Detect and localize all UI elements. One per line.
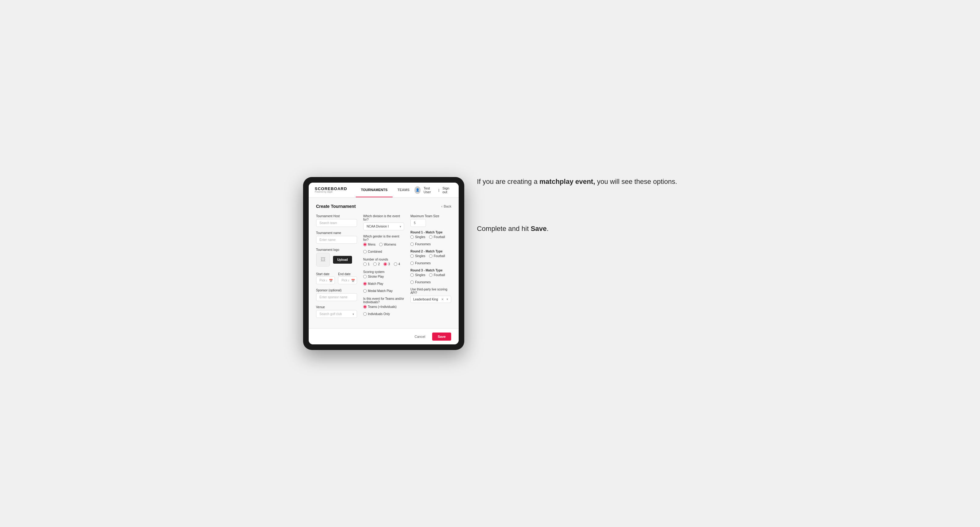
gender-combined-option[interactable]: Combined (363, 250, 382, 253)
tournament-name-label: Tournament name (316, 231, 357, 235)
tournament-name-input[interactable] (316, 236, 357, 244)
scoring-stroke-radio[interactable] (363, 275, 367, 278)
rounds-2-option[interactable]: 2 (373, 262, 380, 266)
api-select-tag[interactable]: Leaderboard King ✕ ▼ (410, 296, 451, 303)
event-teams-option[interactable]: Teams (+Individuals) (363, 305, 397, 308)
gender-mens-option[interactable]: Mens (363, 243, 375, 246)
cancel-button[interactable]: Cancel (411, 333, 429, 341)
round1-singles-radio[interactable] (410, 235, 414, 239)
left-form-section: Tournament Host Tournament name Tourname… (316, 214, 357, 318)
round2-singles-option[interactable]: Singles (410, 254, 425, 258)
round1-group: Round 1 - Match Type Singles Fourball (410, 231, 451, 246)
rounds-group: Number of rounds 1 2 (363, 258, 404, 266)
rounds-4-radio[interactable] (394, 262, 397, 266)
venue-label: Venue (316, 305, 357, 309)
back-link[interactable]: ‹ Back (441, 205, 451, 208)
brand-subtitle: Powered by clippit (315, 191, 347, 193)
rounds-1-option[interactable]: 1 (363, 262, 370, 266)
scoring-stroke-option[interactable]: Stroke Play (363, 275, 384, 278)
gender-womens-option[interactable]: Womens (379, 243, 396, 246)
round2-fourball-radio[interactable] (429, 254, 433, 258)
round1-radio-group: Singles Fourball Foursomes (410, 235, 451, 246)
venue-input[interactable] (316, 310, 357, 318)
round3-singles-option[interactable]: Singles (410, 273, 425, 277)
right-form-section: Maximum Team Size Round 1 - Match Type S… (410, 214, 451, 318)
avatar: 👤 (414, 186, 420, 194)
brand-title: SCOREBOARD (315, 187, 347, 191)
max-team-size-input[interactable] (410, 219, 426, 227)
round3-foursomes-radio[interactable] (410, 281, 414, 284)
round2-foursomes-option[interactable]: Foursomes (410, 262, 431, 265)
scoring-radio-group: Stroke Play Match Play Medal Match Play (363, 275, 404, 293)
round3-fourball-radio[interactable] (429, 273, 433, 277)
rounds-1-radio[interactable] (363, 262, 367, 266)
third-party-api-group: Use third-party live scoring API? Leader… (410, 288, 451, 303)
round1-foursomes-radio[interactable] (410, 243, 414, 246)
round2-singles-radio[interactable] (410, 254, 414, 258)
round3-foursomes-option[interactable]: Foursomes (410, 281, 431, 284)
scoring-medal-radio[interactable] (363, 289, 367, 293)
round2-radio-group: Singles Fourball Foursomes (410, 254, 451, 265)
round1-fourball-option[interactable]: Fourball (429, 235, 445, 239)
api-chevron-icon: ▼ (446, 298, 449, 301)
nav-tabs: TOURNAMENTS TEAMS (356, 183, 414, 197)
tablet-frame: SCOREBOARD Powered by clippit TOURNAMENT… (303, 177, 465, 350)
sign-out-link[interactable]: Sign out (442, 186, 453, 194)
rounds-3-radio[interactable] (383, 262, 387, 266)
round1-foursomes-option[interactable]: Foursomes (410, 243, 431, 246)
scoring-medal-option[interactable]: Medal Match Play (363, 289, 393, 293)
gender-group: Which gender is the event for? Mens Wome… (363, 235, 404, 253)
round3-fourball-option[interactable]: Fourball (429, 273, 445, 277)
tab-tournaments[interactable]: TOURNAMENTS (356, 183, 392, 197)
api-close-icon[interactable]: ✕ (441, 298, 444, 301)
middle-form-section: Which division is the event for? NCAA Di… (363, 214, 404, 318)
round3-singles-radio[interactable] (410, 273, 414, 277)
venue-group: Venue ▼ (316, 305, 357, 318)
rounds-3-option[interactable]: 3 (383, 262, 390, 266)
division-select[interactable]: NCAA Division I NCAA Division II NCAA Di… (363, 222, 404, 230)
sponsor-input[interactable] (316, 293, 357, 301)
tournament-host-input[interactable] (316, 219, 357, 227)
end-date-input[interactable] (338, 276, 357, 284)
event-individuals-option[interactable]: Individuals Only (363, 312, 390, 316)
tab-teams[interactable]: TEAMS (393, 183, 415, 197)
sponsor-group: Sponsor (optional) (316, 289, 357, 301)
gender-mens-radio[interactable] (363, 243, 367, 246)
form-grid: Tournament Host Tournament name Tourname… (316, 214, 452, 318)
rounds-2-radio[interactable] (373, 262, 377, 266)
save-button[interactable]: Save (432, 333, 452, 341)
scoring-match-radio[interactable] (363, 282, 367, 286)
start-date-input[interactable] (316, 276, 335, 284)
round3-radio-group: Singles Fourball Foursomes (410, 273, 451, 284)
round2-foursomes-radio[interactable] (410, 262, 414, 265)
gender-womens-label: Womens (384, 243, 396, 246)
annotation-panel: If you are creating a matchplay event, y… (477, 177, 677, 234)
division-group: Which division is the event for? NCAA Di… (363, 214, 404, 230)
page-header: Create Tournament ‹ Back (316, 204, 452, 209)
start-date-label: Start date (316, 272, 329, 276)
sponsor-label: Sponsor (optional) (316, 289, 357, 292)
tablet-screen: SCOREBOARD Powered by clippit TOURNAMENT… (309, 183, 459, 344)
event-teams-radio[interactable] (363, 305, 367, 308)
annotation-top: If you are creating a matchplay event, y… (477, 177, 677, 187)
event-for-radio-group: Teams (+Individuals) Individuals Only (363, 305, 404, 316)
date-row: Start date 📅 End date (316, 271, 357, 284)
scoring-group: Scoring system Stroke Play Match Play (363, 270, 404, 293)
round2-fourball-option[interactable]: Fourball (429, 254, 445, 258)
round3-group: Round 3 - Match Type Singles Fourball (410, 269, 451, 284)
gender-combined-radio[interactable] (363, 250, 367, 253)
dates-group: Start date 📅 End date (316, 271, 357, 284)
gender-womens-radio[interactable] (379, 243, 383, 246)
rounds-label: Number of rounds (363, 258, 404, 261)
scoring-match-option[interactable]: Match Play (363, 282, 383, 286)
tournament-logo-label: Tournament logo (316, 248, 357, 251)
rounds-4-option[interactable]: 4 (394, 262, 400, 266)
round1-singles-option[interactable]: Singles (410, 235, 425, 239)
end-date-group: End date 📅 (338, 271, 357, 284)
end-date-label: End date (338, 272, 350, 276)
max-team-size-label: Maximum Team Size (410, 214, 451, 218)
round1-fourball-radio[interactable] (429, 235, 433, 239)
event-for-label: Is this event for Teams and/or Individua… (363, 297, 404, 304)
upload-button[interactable]: Upload (333, 256, 352, 264)
event-individuals-radio[interactable] (363, 312, 367, 316)
